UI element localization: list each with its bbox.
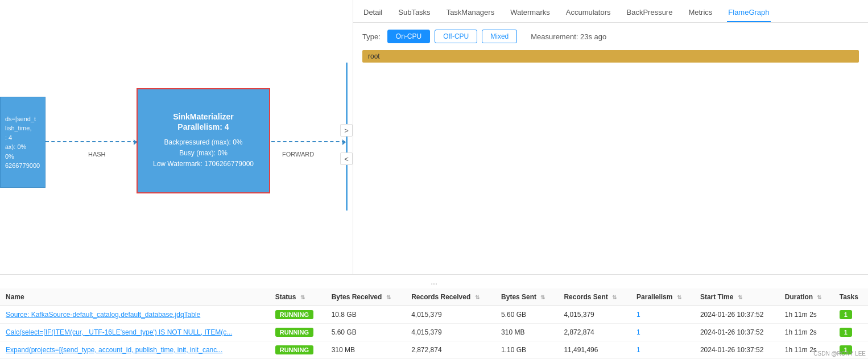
cell-duration-0: 1h 11m 2s	[779, 306, 834, 324]
type-label: Type:	[362, 32, 381, 41]
dots-row[interactable]: ...	[0, 275, 868, 288]
cell-parallelism-2[interactable]: 1	[631, 341, 695, 359]
left-node: ds=[send_t lish_time, : 4 ax): 0% 0% 626…	[0, 97, 46, 188]
hash-label: HASH	[88, 151, 106, 158]
cell-parallelism-0[interactable]: 1	[631, 306, 695, 324]
cell-bytes-received-1: 5.60 GB	[326, 324, 406, 341]
tab-taskmanagers[interactable]: TaskManagers	[445, 5, 496, 22]
measurement-text: Measurement: 23s ago	[531, 32, 606, 41]
cell-status-0: RUNNING	[270, 306, 326, 324]
forward-label: FORWARD	[282, 151, 314, 158]
cell-records-received-0: 4,015,379	[406, 306, 495, 324]
node-detail: Backpressured (max): 0% Busy (max): 0% L…	[153, 137, 254, 170]
cell-start-time-0: 2024-01-26 10:37:52	[695, 306, 779, 324]
cell-duration-1: 1h 11m 2s	[779, 324, 834, 341]
sort-icon-records-sent: ⇅	[612, 294, 617, 300]
tab-subtasks[interactable]: SubTasks	[397, 5, 431, 22]
node-title: SinkMaterializer	[173, 112, 234, 121]
tab-backpressure[interactable]: BackPressure	[626, 5, 674, 22]
right-connector	[271, 141, 345, 142]
cell-status-1: RUNNING	[270, 324, 326, 341]
cell-bytes-sent-1: 310 MB	[495, 324, 558, 341]
chevron-up-button[interactable]: >	[340, 124, 353, 137]
cell-bytes-received-0: 10.8 GB	[326, 306, 406, 324]
type-offcpu-button[interactable]: Off-CPU	[435, 30, 477, 43]
cell-records-sent-2: 11,491,496	[558, 341, 631, 359]
sort-icon-duration: ⇅	[817, 294, 821, 300]
chevron-down-button[interactable]: <	[340, 152, 353, 165]
sort-icon-start-time: ⇅	[738, 294, 742, 300]
col-duration[interactable]: Duration ⇅	[779, 288, 834, 306]
cell-parallelism-1[interactable]: 1	[631, 324, 695, 341]
sort-icon-bytes-sent: ⇅	[540, 294, 545, 300]
table-container: ... Name Status ⇅ Bytes Received ⇅ Recor…	[0, 274, 868, 359]
col-status[interactable]: Status ⇅	[270, 288, 326, 306]
sort-icon-records-received: ⇅	[475, 294, 480, 300]
cell-records-received-1: 4,015,379	[406, 324, 495, 341]
watermark: CSDN @RONY LEE	[813, 350, 866, 357]
tab-accumulators[interactable]: Accumulators	[565, 5, 612, 22]
tab-watermarks[interactable]: Watermarks	[509, 5, 551, 22]
tab-bar: Detail SubTasks TaskManagers Watermarks …	[353, 0, 868, 23]
type-selector-row: Type: On-CPU Off-CPU Mixed Measurement: …	[353, 23, 868, 50]
type-oncpu-button[interactable]: On-CPU	[387, 30, 430, 43]
cell-tasks-0: 1	[834, 306, 868, 324]
cell-start-time-1: 2024-01-26 10:37:52	[695, 324, 779, 341]
table-row: Calc(select=[IF(ITEM(cur, _UTF-16LE'send…	[0, 324, 868, 341]
cell-bytes-sent-2: 1.10 GB	[495, 341, 558, 359]
table-header-row: Name Status ⇅ Bytes Received ⇅ Records R…	[0, 288, 868, 306]
col-bytes-sent[interactable]: Bytes Sent ⇅	[495, 288, 558, 306]
cell-name-0[interactable]: Source: KafkaSource-default_catalog.defa…	[0, 306, 270, 324]
type-mixed-button[interactable]: Mixed	[482, 30, 517, 43]
cell-records-sent-0: 4,015,379	[558, 306, 631, 324]
sort-icon-bytes-received: ⇅	[386, 294, 391, 300]
left-node-text: ds=[send_t lish_time, : 4 ax): 0% 0% 626…	[5, 114, 40, 171]
col-records-received[interactable]: Records Received ⇅	[406, 288, 495, 306]
cell-bytes-sent-0: 5.60 GB	[495, 306, 558, 324]
col-records-sent[interactable]: Records Sent ⇅	[558, 288, 631, 306]
cell-name-1[interactable]: Calc(select=[IF(ITEM(cur, _UTF-16LE'send…	[0, 324, 270, 341]
cell-tasks-1: 1	[834, 324, 868, 341]
col-tasks[interactable]: Tasks	[834, 288, 868, 306]
sink-materializer-node[interactable]: SinkMaterializer Parallelism: 4 Backpres…	[137, 88, 270, 193]
jobs-table: Name Status ⇅ Bytes Received ⇅ Records R…	[0, 288, 868, 359]
node-parallelism: Parallelism: 4	[177, 122, 229, 131]
tab-detail[interactable]: Detail	[362, 5, 383, 22]
cell-name-2[interactable]: Expand(projects=[{send_type, account_id,…	[0, 341, 270, 359]
col-start-time[interactable]: Start Time ⇅	[695, 288, 779, 306]
col-parallelism[interactable]: Parallelism ⇅	[631, 288, 695, 306]
table-row: Source: KafkaSource-default_catalog.defa…	[0, 306, 868, 324]
cell-start-time-2: 2024-01-26 10:37:52	[695, 341, 779, 359]
cell-records-received-2: 2,872,874	[406, 341, 495, 359]
col-name[interactable]: Name	[0, 288, 270, 306]
sort-icon-status: ⇅	[300, 294, 305, 300]
col-bytes-received[interactable]: Bytes Received ⇅	[326, 288, 406, 306]
left-connector	[46, 141, 137, 142]
cell-status-2: RUNNING	[270, 341, 326, 359]
vertical-line	[346, 63, 348, 211]
table-row: Expand(projects=[{send_type, account_id,…	[0, 341, 868, 359]
cell-records-sent-1: 2,872,874	[558, 324, 631, 341]
tab-flamegraph[interactable]: FlameGraph	[727, 5, 770, 22]
sort-icon-parallelism: ⇅	[677, 294, 681, 300]
root-bar: root	[362, 50, 859, 63]
cell-bytes-received-2: 310 MB	[326, 341, 406, 359]
tab-metrics[interactable]: Metrics	[687, 5, 713, 22]
